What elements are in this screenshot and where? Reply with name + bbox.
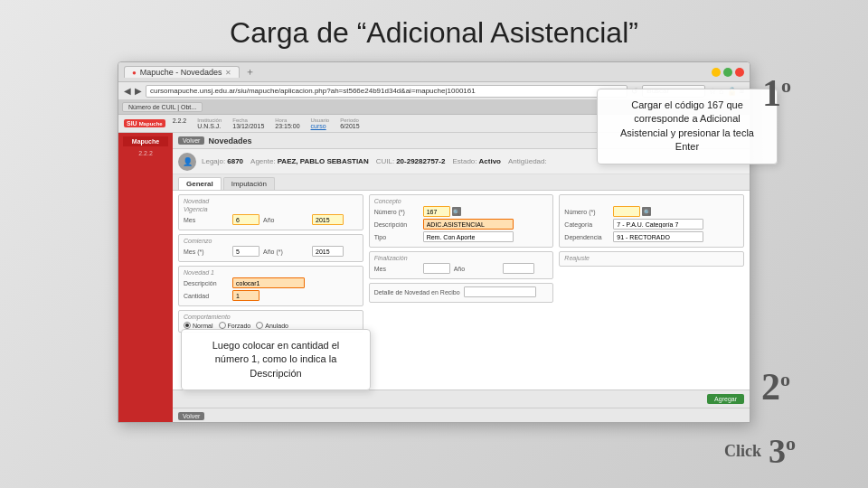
sidebar-version: 2.2.2 [138,150,153,156]
radio-row: Normal Forzado Anulado [184,322,358,329]
employee-info: Legajo: 6870 Agente: PAEZ, PABLO SEBASTI… [202,157,547,165]
reajuste-section: Reajuste [559,251,744,267]
cantidad-input[interactable] [232,290,259,301]
numero-row: Número (*) 🔍 [374,206,549,217]
radio-anulado-label: Anulado [265,323,288,329]
avatar: 👤 [178,153,196,171]
radio-forzado[interactable]: Forzado [219,322,251,329]
num-right-group: 🔍 [613,206,651,217]
descripcion1-input[interactable] [232,277,305,288]
user-field: Usuario curso [311,117,330,129]
anio-f-label: Año [454,266,499,272]
legajo-label: Legajo: [202,157,225,165]
back-nav-icon[interactable]: ◀ [124,86,131,96]
new-tab-icon[interactable]: ＋ [245,65,255,79]
finalizacion-section: Finalización Mes Año [369,251,554,279]
detalle-input[interactable] [464,286,536,297]
step2-text: Luego colocar en cantidad el número 1, c… [212,340,340,379]
radio-forzado-dot [219,322,226,329]
dependencia-row: Dependencia [564,231,739,242]
right-top-label [564,198,739,204]
finalizacion-label: Finalización [374,255,549,261]
mes-input[interactable] [232,214,259,225]
vigencia-label: Vigencia [184,206,358,212]
cuil-value: 20-29282757-2 [396,157,445,165]
radio-anulado-dot [256,322,263,329]
num-right-search-icon[interactable]: 🔍 [642,207,651,216]
module-name: Mapuche [139,121,163,127]
tab-general[interactable]: General [178,177,222,190]
close-button[interactable] [735,68,744,77]
novedad1-section: Novedad 1 Descripción Cantidad [178,266,363,306]
user-value[interactable]: curso [311,123,330,129]
click-label: Click [724,442,761,461]
descripcion1-row: Descripción [184,277,358,288]
concepto-section: Concepto Número (*) 🔍 Descripción [369,194,554,248]
tipo-label: Tipo [374,234,420,240]
mes-c-input[interactable] [232,246,259,257]
numero-label: Número (*) [374,209,420,215]
institution-value: U.N.S.J. [197,123,222,129]
radio-normal[interactable]: Normal [184,322,213,329]
descripcion-input[interactable] [423,219,514,230]
numero-input[interactable] [423,206,450,217]
num-right-label: Número (*) [564,209,609,215]
legajo-field: Legajo: 6870 [202,157,243,165]
window-controls [712,68,744,77]
num-right-input[interactable] [613,206,640,217]
logo-text: SIU [127,120,137,127]
breadcrumb-tab: Número de CUIL | Obt... [122,102,203,112]
novedad-label: Novedad [184,198,358,204]
tipo-input[interactable] [423,231,514,242]
step1-text: Cargar el código 167 que corresponde a A… [620,99,754,152]
date-field: Fecha 13/12/2015 [232,117,264,129]
estado-field: Estado: Activo [452,157,501,165]
radio-forzado-label: Forzado [228,323,251,329]
tab-close-icon[interactable]: ✕ [225,69,231,77]
finalizacion-row: Mes Año [374,263,549,274]
forward-nav-icon[interactable]: ▶ [135,86,142,96]
step3-area: Click 3o [724,434,796,468]
categoria-section: Número (*) 🔍 Categoría [559,194,744,248]
cuil-label: CUIL: [376,157,394,165]
tab-imputacion[interactable]: Imputación [223,177,275,190]
detalle-section: Detalle de Novedad en Recibo [369,283,554,303]
numero-search-icon[interactable]: 🔍 [452,207,461,216]
categoria-row: Categoría [564,219,739,230]
browser-tab[interactable]: ● Mapuche - Novedades ✕ [124,66,240,78]
version-value: 2.2.2 [173,117,187,124]
comportamiento-label: Comportamiento [184,314,358,320]
agente-field: Agente: PAEZ, PABLO SEBASTIAN [250,157,369,165]
concepto-label: Concepto [374,198,549,204]
form-tabs: General Imputación [173,174,750,191]
bottom-back-button[interactable]: Volver [178,412,204,420]
categoria-label: Categoría [564,221,609,228]
antiguedad-field: Antigüedad: [508,157,547,165]
cantidad-label: Cantidad [184,293,229,299]
step3-number: 3o [769,434,796,468]
maximize-button[interactable] [723,68,732,77]
time-value: 23:15:00 [275,123,299,129]
antiguedad-label: Antigüedad: [508,157,547,165]
tab-title: Mapuche - Novedades [140,68,222,77]
comienzo-label: Comienzo [184,238,358,244]
numero-field-group: 🔍 [423,206,461,217]
minimize-button[interactable] [712,68,721,77]
address-input[interactable] [146,85,627,98]
form-bottom-bar: Agregar [173,389,750,408]
anio-f-input[interactable] [503,263,534,274]
anio-c-input[interactable] [312,246,344,257]
anio-input[interactable] [312,214,344,225]
radio-anulado[interactable]: Anulado [256,322,288,329]
estado-label: Estado: [452,157,476,165]
agente-label: Agente: [250,157,276,165]
agregar-button[interactable]: Agregar [707,394,744,404]
back-button[interactable]: Volver [178,136,204,145]
date-value: 13/12/2015 [232,123,264,129]
anio-c-label: Año (*) [263,249,308,255]
categoria-input[interactable] [613,219,703,230]
mes-f-input[interactable] [423,263,450,274]
radio-normal-dot [184,322,191,329]
sidebar-logo: Mapuche [123,136,168,146]
dependencia-input[interactable] [613,231,703,242]
